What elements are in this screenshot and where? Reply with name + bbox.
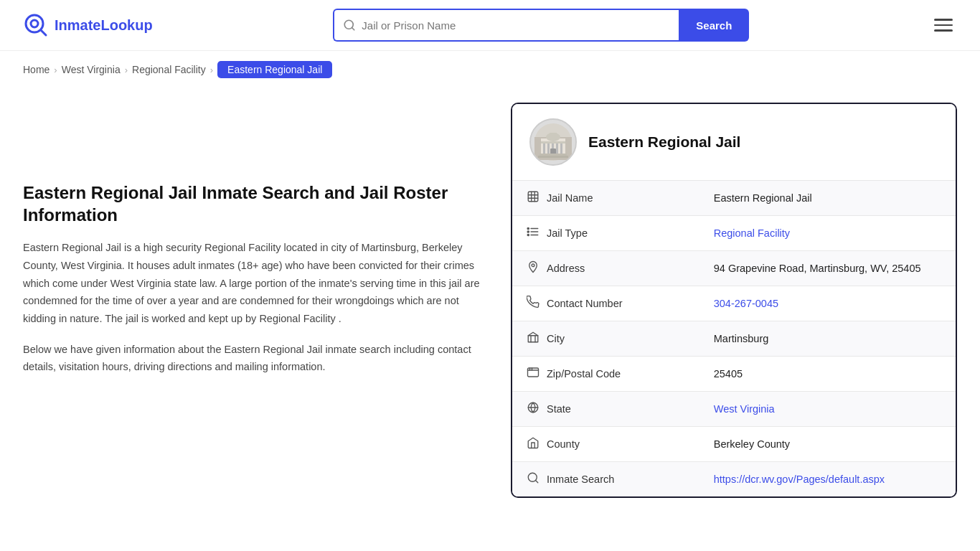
table-row: Jail NameEastern Regional Jail xyxy=(512,181,956,216)
svg-rect-11 xyxy=(547,143,550,154)
logo-bold: Lookup xyxy=(100,17,152,33)
breadcrumb-facility-type[interactable]: Regional Facility xyxy=(132,64,206,75)
facility-avatar xyxy=(529,118,577,166)
row-label: Jail Name xyxy=(547,192,593,204)
value-cell[interactable]: West Virginia xyxy=(699,392,956,427)
value-cell: Eastern Regional Jail xyxy=(699,181,956,216)
breadcrumb-current: Eastern Regional Jail xyxy=(217,61,332,78)
search-input-wrap xyxy=(333,9,679,42)
search-input[interactable] xyxy=(362,19,670,32)
zip-icon xyxy=(527,366,540,382)
table-row: CityMartinsburg xyxy=(512,321,956,357)
table-row: Zip/Postal Code25405 xyxy=(512,357,956,392)
svg-line-36 xyxy=(535,480,537,482)
chevron-icon: › xyxy=(210,65,213,75)
value-cell[interactable]: https://dcr.wv.gov/Pages/default.aspx xyxy=(699,462,956,497)
label-cell: County xyxy=(512,427,699,462)
logo-text: InmateLookup xyxy=(55,17,153,34)
breadcrumb-home[interactable]: Home xyxy=(23,64,50,75)
table-row: Address94 Grapevine Road, Martinsburg, W… xyxy=(512,251,956,286)
chevron-icon: › xyxy=(54,65,57,75)
row-label: Contact Number xyxy=(547,298,623,309)
svg-point-30 xyxy=(532,264,534,267)
svg-point-1 xyxy=(31,20,38,27)
county-icon xyxy=(527,436,540,452)
search-bar: Search xyxy=(333,9,749,42)
hamburger-line xyxy=(934,19,953,21)
site-header: InmateLookup Search xyxy=(0,0,980,51)
row-label: Inmate Search xyxy=(547,474,614,485)
svg-rect-14 xyxy=(560,143,562,154)
hamburger-button[interactable] xyxy=(930,14,957,36)
card-header: Eastern Regional Jail xyxy=(512,104,956,180)
table-row: Inmate Searchhttps://dcr.wv.gov/Pages/de… xyxy=(512,462,956,497)
svg-point-28 xyxy=(527,231,529,232)
value-cell[interactable]: Regional Facility xyxy=(699,216,956,251)
row-label: City xyxy=(547,333,565,344)
info-card: Eastern Regional Jail Jail NameEastern R… xyxy=(511,103,957,498)
info-table: Jail NameEastern Regional JailJail TypeR… xyxy=(512,180,956,496)
label-cell: State xyxy=(512,392,699,427)
svg-rect-32 xyxy=(528,368,539,377)
page-title: Eastern Regional Jail Inmate Search and … xyxy=(23,182,482,226)
table-row: CountyBerkeley County xyxy=(512,427,956,462)
value-cell: Martinsburg xyxy=(699,321,956,357)
label-cell: Jail Type xyxy=(512,216,699,251)
svg-rect-19 xyxy=(528,192,538,202)
page-description-1: Eastern Regional Jail is a high security… xyxy=(23,239,482,327)
breadcrumb-state[interactable]: West Virginia xyxy=(62,64,121,75)
chevron-icon: › xyxy=(125,65,128,75)
label-cell: City xyxy=(512,321,699,357)
value-link[interactable]: 304-267-0045 xyxy=(714,298,778,309)
row-label: Zip/Postal Code xyxy=(547,368,621,380)
state-icon xyxy=(527,401,540,417)
address-icon xyxy=(527,260,540,276)
value-link[interactable]: West Virginia xyxy=(714,403,775,415)
svg-rect-15 xyxy=(550,149,556,154)
table-row: Jail TypeRegional Facility xyxy=(512,216,956,251)
row-label: Jail Type xyxy=(547,227,588,239)
svg-point-27 xyxy=(527,227,529,229)
value-cell: Berkeley County xyxy=(699,427,956,462)
logo-normal: Inmate xyxy=(55,17,100,33)
facility-image xyxy=(534,123,573,161)
label-cell: Jail Name xyxy=(512,181,699,216)
svg-rect-13 xyxy=(556,143,558,154)
left-column: Eastern Regional Jail Inmate Search and … xyxy=(23,103,482,389)
value-link[interactable]: https://dcr.wv.gov/Pages/default.aspx xyxy=(714,474,885,485)
table-row: StateWest Virginia xyxy=(512,392,956,427)
table-row: Contact Number304-267-0045 xyxy=(512,286,956,321)
city-icon xyxy=(527,331,540,347)
search-icon xyxy=(527,471,540,487)
page-description-2: Below we have given information about th… xyxy=(23,341,482,376)
logo-icon xyxy=(23,12,49,38)
label-cell: Contact Number xyxy=(512,286,699,321)
hamburger-line xyxy=(934,29,953,32)
svg-point-29 xyxy=(527,234,529,235)
row-label: County xyxy=(547,438,580,450)
svg-line-4 xyxy=(352,27,354,29)
main-content: Eastern Regional Jail Inmate Search and … xyxy=(0,88,980,527)
hamburger-line xyxy=(934,24,953,27)
value-cell[interactable]: 304-267-0045 xyxy=(699,286,956,321)
svg-rect-16 xyxy=(540,154,567,156)
label-cell: Address xyxy=(512,251,699,286)
svg-rect-31 xyxy=(528,336,538,342)
type-icon xyxy=(527,225,540,241)
svg-rect-10 xyxy=(543,143,545,154)
svg-rect-17 xyxy=(538,156,568,158)
label-cell: Zip/Postal Code xyxy=(512,357,699,392)
svg-line-2 xyxy=(41,30,46,35)
jail-icon xyxy=(527,190,540,206)
search-button[interactable]: Search xyxy=(679,9,749,42)
value-cell: 94 Grapevine Road, Martinsburg, WV, 2540… xyxy=(699,251,956,286)
logo-link[interactable]: InmateLookup xyxy=(23,12,153,38)
value-cell: 25405 xyxy=(699,357,956,392)
svg-rect-9 xyxy=(550,133,557,138)
search-icon xyxy=(343,19,356,32)
value-link[interactable]: Regional Facility xyxy=(714,227,790,239)
breadcrumb: Home › West Virginia › Regional Facility… xyxy=(0,51,980,88)
row-label: State xyxy=(547,403,571,415)
phone-icon xyxy=(527,296,540,311)
label-cell: Inmate Search xyxy=(512,462,699,497)
